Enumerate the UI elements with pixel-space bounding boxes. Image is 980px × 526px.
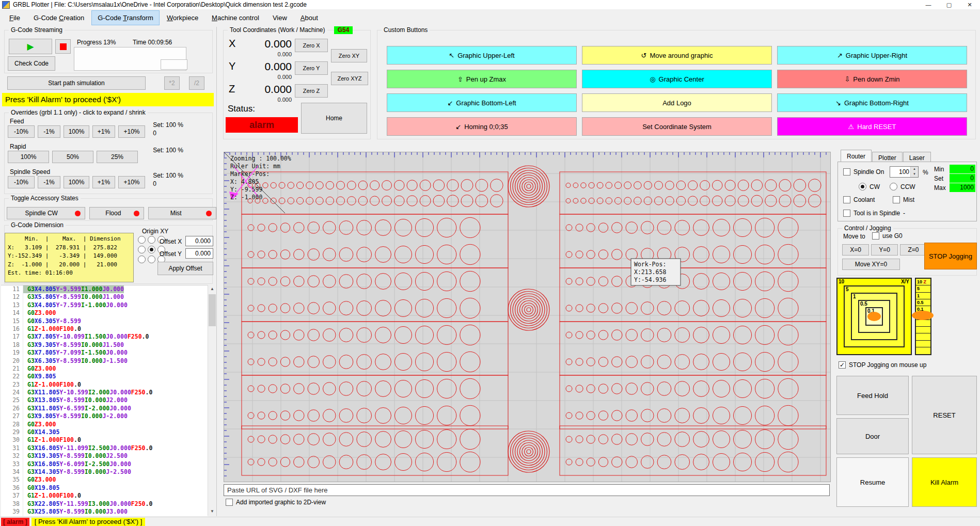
origin-radio-0[interactable] (138, 236, 146, 244)
accessory-spindle-cw-button[interactable]: Spindle CW (7, 207, 85, 219)
gcode-line[interactable]: 17G3X7.805Y-10.099I1.500J0.000F250.0 (1, 333, 208, 341)
gcode-line[interactable]: 25G3X13.805Y-8.599I0.000J2.000 (1, 396, 208, 404)
check-code-button[interactable]: Check Code (8, 56, 55, 71)
move-y0-button[interactable]: Y=0 (871, 244, 898, 256)
gcode-line[interactable]: 12G3X5.805Y-8.599I0.000J1.000 (1, 293, 208, 301)
gcode-scrollbar[interactable]: ▲ ▼ (208, 285, 216, 516)
origin-radio-7[interactable] (148, 256, 155, 263)
jog-pad-xy[interactable]: 10X/Y510.50.1 (836, 278, 912, 355)
custom-homing-0-0-35-button[interactable]: ↙Homing 0;0;35 (387, 117, 577, 136)
home-button[interactable]: Home (301, 103, 367, 134)
gcode-line[interactable]: 11G3X4.805Y-9.599I1.000J0.000 (1, 285, 208, 293)
use-g0-checkbox[interactable] (872, 232, 879, 240)
menu-item-g-code-transform[interactable]: G-Code Transform (91, 10, 160, 25)
apply-offset-button[interactable]: Apply Offset (157, 262, 213, 275)
gcode-line[interactable]: 29G0X14.305 (1, 428, 208, 436)
custom-hard-reset-button[interactable]: ⚠Hard RESET (777, 117, 967, 136)
stepper-up-icon[interactable]: ▲ (911, 167, 918, 172)
origin-radio-3[interactable] (138, 246, 146, 253)
feed-hold-button[interactable]: Feed Hold (836, 376, 909, 415)
jog-z-step-row-7[interactable] (916, 333, 930, 340)
plot-canvas[interactable]: Zooming : 100.00%Ruler Unit: mmMarker-Po… (224, 152, 831, 482)
origin-radio-1[interactable] (148, 236, 155, 244)
tool-in-spindle-checkbox[interactable] (843, 210, 850, 217)
custom-set-coordinate-system-button[interactable]: Set Coordinate System (582, 117, 772, 136)
stop-on-mouseup-checkbox[interactable]: ✓ (839, 361, 846, 369)
zero-x-button[interactable]: Zero X (295, 39, 328, 52)
gcode-line[interactable]: 28G0Z3.000 (1, 421, 208, 428)
accessory-flood-button[interactable]: Flood (89, 207, 144, 219)
offset-x-field[interactable]: 0.000 (185, 236, 213, 246)
menu-item-workpiece[interactable]: Workpiece (161, 10, 204, 25)
import-graphic-checkbox[interactable] (226, 499, 233, 506)
override-feed-100-button[interactable]: 100% (64, 125, 89, 138)
spindle-on-checkbox[interactable] (843, 168, 850, 176)
gcode-line[interactable]: 19G3X7.805Y-7.099I-1.500J0.000 (1, 349, 208, 357)
gcode-line[interactable]: 14G0Z3.000 (1, 309, 208, 317)
stepper-down-icon[interactable]: ▼ (911, 172, 918, 177)
jog-z-step-row-5[interactable] (916, 320, 930, 327)
zero-y-button[interactable]: Zero Y (295, 61, 328, 75)
custom-add-logo-button[interactable]: Add Logo (582, 93, 772, 112)
override-spindle-speed-1-button[interactable]: -1% (38, 176, 60, 188)
override-spindle-speed-1-button[interactable]: +1% (92, 176, 115, 188)
accessory-mist-button[interactable]: Mist (148, 207, 216, 219)
tab-router[interactable]: Router (841, 150, 872, 163)
custom-move-around-graphic-button[interactable]: ↺Move around graphic (582, 46, 772, 65)
gcode-line[interactable]: 37G1Z-1.000F100.0 (1, 492, 208, 500)
menu-item-about[interactable]: About (294, 10, 324, 25)
override-feed-10-button[interactable]: +10% (118, 125, 145, 138)
gcode-line[interactable]: 27G3X9.805Y-8.599I0.000J-2.000 (1, 412, 208, 420)
override-spindle-speed-10-button[interactable]: +10% (118, 176, 145, 188)
gcode-line[interactable]: 24G3X11.805Y-10.599I2.000J0.000F250.0 (1, 389, 208, 396)
reset-button[interactable]: RESET (912, 376, 977, 454)
gcode-line[interactable]: 21G0Z3.000 (1, 365, 208, 373)
gcode-line[interactable]: 26G3X11.805Y-6.599I-2.000J0.000 (1, 405, 208, 412)
jog-z-step-row-6[interactable] (916, 327, 930, 333)
custom-graphic-upper-right-button[interactable]: ↗Graphic Upper-Right (777, 46, 967, 65)
gcode-line[interactable]: 16G1Z-1.000F100.0 (1, 325, 208, 333)
stop-jogging-button[interactable]: STOP Jogging (924, 243, 977, 269)
maximize-icon[interactable]: ▢ (939, 0, 959, 9)
gcode-line[interactable]: 38G3X22.805Y-11.599I3.000J0.000F250.0 (1, 500, 208, 508)
kill-alarm-button[interactable]: Kill Alarm (912, 457, 977, 507)
custom-pen-down-zmin-button[interactable]: ⇩Pen down Zmin (777, 70, 967, 88)
jog-pad-z[interactable]: 10 Z510.50.1 (915, 278, 931, 355)
jog-pad-cursor[interactable] (867, 312, 881, 321)
svg-url-input[interactable] (224, 484, 830, 496)
move-xy0-button[interactable]: Move XY=0 (842, 259, 900, 270)
menu-item-view[interactable]: View (266, 10, 293, 25)
override-rapid-50-button[interactable]: 50% (52, 151, 93, 163)
gcode-line[interactable]: 34G3X14.305Y-8.599I0.000J-2.500 (1, 468, 208, 476)
spindle-speed-stepper[interactable]: 100 ▲▼ (890, 166, 919, 178)
gcode-line[interactable]: 39G3X25.805Y-8.599I0.000J3.000 (1, 508, 208, 516)
start-path-simulation-button[interactable]: Start path simulation (7, 76, 146, 90)
gcode-line[interactable]: 15G0X6.305Y-8.599 (1, 317, 208, 325)
scroll-up-icon[interactable]: ▲ (208, 285, 216, 293)
override-feed-1-button[interactable]: -1% (38, 125, 60, 138)
zero-z-button[interactable]: Zero Z (295, 84, 328, 98)
ccw-radio[interactable] (890, 183, 897, 190)
overrides-label[interactable]: Overrides (grbl 1.1 only) - click to exp… (9, 109, 148, 116)
menu-item-machine-control[interactable]: Machine control (206, 10, 265, 25)
gcode-line[interactable]: 32G3X19.305Y-8.599I0.000J2.500 (1, 452, 208, 460)
menu-item-file[interactable]: File (3, 10, 26, 25)
gcode-line[interactable]: 22G0X9.805 (1, 373, 208, 380)
zero-xy-button[interactable]: Zero XY (331, 49, 367, 62)
door-button[interactable]: Door (836, 418, 909, 454)
override-rapid-25-button[interactable]: 25% (97, 151, 138, 163)
custom-graphic-upper-left-button[interactable]: ↖Graphic Upper-Left (387, 46, 577, 65)
mist-checkbox[interactable] (893, 196, 900, 203)
jog-z-step-5[interactable]: 5 (916, 285, 930, 292)
gcode-line[interactable]: 13G3X4.805Y-7.599I-1.000J0.000 (1, 301, 208, 309)
offset-y-field[interactable]: 0.000 (185, 248, 213, 259)
simulation-speed-x2-button[interactable]: *2 (164, 76, 180, 90)
coolant-checkbox[interactable] (843, 196, 850, 203)
scroll-thumb[interactable] (209, 294, 216, 326)
close-icon[interactable]: ✕ (959, 0, 980, 9)
gcode-listing[interactable]: 11G3X4.805Y-9.599I1.000J0.00012G3X5.805Y… (1, 285, 208, 516)
gcode-line[interactable]: 36G0X19.805 (1, 484, 208, 492)
jog-z-step-row-8[interactable] (916, 341, 930, 347)
gcode-line[interactable]: 40G3X22.805Y-5.599I-3.000J0.000 (1, 516, 208, 516)
override-spindle-speed-100-button[interactable]: 100% (64, 176, 89, 188)
